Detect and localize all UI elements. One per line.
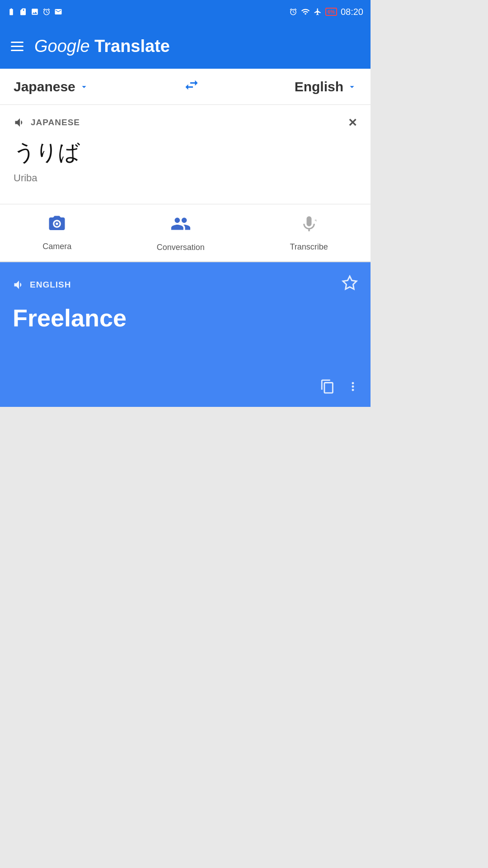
result-sound-icon[interactable]	[13, 278, 25, 291]
target-language-chevron-icon	[347, 82, 357, 92]
input-lang-label: JAPANESE	[14, 116, 80, 129]
bottom-area	[0, 407, 371, 610]
copy-icon	[320, 379, 335, 394]
result-header: ENGLISH	[13, 275, 358, 295]
input-area: JAPANESE × うりば Uriba	[0, 105, 371, 204]
input-language-name: JAPANESE	[31, 118, 80, 127]
transcribe-label: Transcribe	[290, 242, 328, 252]
battery-charging-icon	[7, 8, 15, 16]
status-time: 08:20	[341, 7, 363, 17]
language-selector: Japanese English	[0, 69, 371, 105]
clear-input-button[interactable]: ×	[348, 114, 357, 131]
conversation-label: Conversation	[157, 243, 205, 252]
favorite-button[interactable]	[342, 275, 358, 295]
target-language-label: English	[295, 79, 343, 94]
copy-button[interactable]	[320, 379, 335, 398]
action-buttons-bar: Camera Conversation Transcribe	[0, 204, 371, 262]
more-vert-icon	[346, 380, 360, 393]
airplane-icon	[314, 8, 322, 16]
target-language-button[interactable]: English	[295, 79, 357, 94]
result-actions	[320, 379, 360, 398]
swap-languages-button[interactable]	[183, 77, 200, 97]
conversation-icon	[170, 213, 191, 238]
source-language-chevron-icon	[79, 82, 89, 92]
alarm-clock-icon	[289, 8, 297, 16]
camera-icon	[47, 214, 66, 237]
star-icon	[342, 275, 358, 291]
status-bar: 6% 08:20	[0, 0, 371, 24]
input-header: JAPANESE ×	[14, 114, 357, 131]
conversation-button[interactable]: Conversation	[157, 213, 205, 252]
source-language-button[interactable]: Japanese	[14, 79, 89, 94]
status-bar-right: 6% 08:20	[289, 7, 363, 17]
app-title-google: Google	[34, 37, 90, 56]
result-language-name: ENGLISH	[30, 280, 71, 290]
svg-marker-0	[343, 276, 357, 289]
input-sound-icon[interactable]	[14, 116, 26, 129]
sd-card-icon	[19, 8, 27, 16]
wifi-icon	[301, 7, 310, 16]
more-options-button[interactable]	[346, 380, 360, 397]
translation-result: ENGLISH Freelance	[0, 262, 371, 407]
alarm-icon	[42, 8, 51, 16]
app-title-translate: Translate	[94, 37, 170, 56]
app-title: Google Translate	[34, 37, 170, 56]
battery-level: 6%	[325, 8, 337, 16]
input-text-romanji: Uriba	[14, 172, 357, 184]
camera-label: Camera	[42, 242, 71, 251]
camera-button[interactable]: Camera	[42, 214, 71, 251]
swap-icon	[183, 77, 200, 93]
menu-button[interactable]	[11, 42, 23, 51]
source-language-label: Japanese	[14, 79, 75, 94]
result-lang-label: ENGLISH	[13, 278, 71, 291]
image-icon	[31, 8, 39, 16]
status-bar-left	[7, 8, 62, 16]
result-translation-text: Freelance	[13, 304, 358, 332]
transcribe-icon	[299, 214, 319, 238]
input-text-japanese: うりば	[14, 138, 357, 167]
app-bar: Google Translate	[0, 24, 371, 69]
transcribe-button[interactable]: Transcribe	[290, 214, 328, 252]
email-icon	[54, 8, 62, 16]
